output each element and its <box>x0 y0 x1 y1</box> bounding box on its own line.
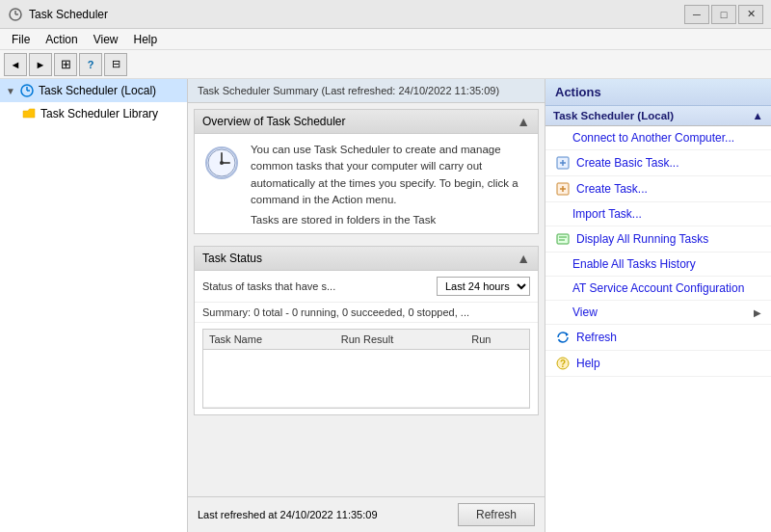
tree-item-local[interactable]: ▼ Task Scheduler (Local) <box>0 79 187 102</box>
overview-section-header[interactable]: Overview of Task Scheduler ▲ <box>195 110 538 134</box>
action-create-basic[interactable]: Create Basic Task... <box>545 150 771 176</box>
actions-collapse-symbol[interactable]: ▲ <box>753 110 763 121</box>
overview-title: Overview of Task Scheduler <box>202 115 346 128</box>
create-basic-icon <box>555 155 571 171</box>
toolbar-back[interactable]: ◄ <box>4 53 27 76</box>
task-status-filter-label: Status of tasks that have s... <box>202 280 429 292</box>
computer-icon <box>19 83 35 98</box>
action-enable-history[interactable]: Enable All Tasks History <box>545 253 771 277</box>
overview-text: You can use Task Scheduler to create and… <box>251 142 530 226</box>
col-task-name: Task Name <box>203 330 335 350</box>
refresh-button[interactable]: Refresh <box>458 503 535 526</box>
app-icon <box>8 7 23 22</box>
toolbar-export[interactable]: ⊟ <box>104 53 127 76</box>
menu-bar: File Action View Help <box>0 29 771 50</box>
action-view[interactable]: View ▶ <box>545 301 771 325</box>
svg-text:?: ? <box>560 359 566 369</box>
action-service-account-label: AT Service Account Configuration <box>572 281 744 295</box>
tree-label-local: Task Scheduler (Local) <box>39 84 156 97</box>
create-task-icon <box>555 181 571 197</box>
overview-extra: Tasks are stored in folders in the Task <box>251 214 530 226</box>
main-layout: ▼ Task Scheduler (Local) Task Scheduler … <box>0 79 771 532</box>
refresh-icon <box>555 330 571 345</box>
actions-header: Actions <box>545 79 771 106</box>
menu-view[interactable]: View <box>86 31 126 48</box>
action-view-label: View <box>572 306 598 319</box>
minimize-button[interactable]: ─ <box>684 5 709 24</box>
last-refreshed-text: Last refreshed at 24/10/2022 11:35:09 <box>198 509 378 520</box>
action-create-task-label: Create Task... <box>576 182 648 196</box>
menu-help[interactable]: Help <box>126 31 166 48</box>
close-button[interactable]: ✕ <box>738 5 763 24</box>
bottom-bar: Last refreshed at 24/10/2022 11:35:09 Re… <box>188 496 545 532</box>
action-help[interactable]: ? Help <box>545 351 771 377</box>
menu-file[interactable]: File <box>4 31 38 48</box>
task-table: Task Name Run Result Run <box>202 329 530 409</box>
toolbar-up[interactable]: ⊞ <box>54 53 77 76</box>
running-tasks-icon <box>555 231 571 247</box>
action-connect[interactable]: Connect to Another Computer... <box>545 126 771 150</box>
action-import[interactable]: Import Task... <box>545 202 771 226</box>
overview-body: You can use Task Scheduler to create and… <box>251 142 530 208</box>
action-enable-history-label: Enable All Tasks History <box>572 257 696 271</box>
task-summary-row: Summary: 0 total - 0 running, 0 succeede… <box>195 303 538 323</box>
col-run-result: Run Result <box>335 330 466 350</box>
window-title: Task Scheduler <box>29 8 108 21</box>
overview-section: Overview of Task Scheduler ▲ You can use… <box>194 109 539 234</box>
action-help-label: Help <box>576 357 600 370</box>
task-status-collapse-btn[interactable]: ▲ <box>517 251 530 266</box>
right-panel: Actions Task Scheduler (Local) ▲ Connect… <box>545 79 771 532</box>
task-status-section: Task Status ▲ Status of tasks that have … <box>194 246 539 415</box>
toolbar-help[interactable]: ? <box>79 53 102 76</box>
svg-point-10 <box>220 161 224 165</box>
tree-item-library[interactable]: Task Scheduler Library <box>0 102 187 125</box>
overview-content: You can use Task Scheduler to create and… <box>195 134 538 233</box>
col-run: Run <box>465 330 529 350</box>
action-create-basic-label: Create Basic Task... <box>576 156 679 170</box>
folder-icon <box>21 106 37 121</box>
title-bar: Task Scheduler ─ □ ✕ <box>0 0 771 29</box>
action-create-task[interactable]: Create Task... <box>545 176 771 202</box>
action-display-running[interactable]: Display All Running Tasks <box>545 226 771 253</box>
svg-marker-20 <box>566 332 569 336</box>
task-status-header[interactable]: Task Status ▲ <box>195 247 538 271</box>
clock-icon <box>202 144 241 185</box>
action-connect-label: Connect to Another Computer... <box>572 131 734 145</box>
tree-expand-local: ▼ <box>6 86 15 96</box>
maximize-button[interactable]: □ <box>711 5 736 24</box>
task-status-filter-select[interactable]: Last 24 hours Last 7 days Last 30 days <box>437 277 530 296</box>
action-import-label: Import Task... <box>572 207 642 221</box>
overview-collapse-btn[interactable]: ▲ <box>517 114 530 129</box>
actions-section-title: Task Scheduler (Local) <box>553 110 674 121</box>
window-controls: ─ □ ✕ <box>684 5 763 24</box>
action-refresh[interactable]: Refresh <box>545 325 771 351</box>
task-status-filter-row: Status of tasks that have s... Last 24 h… <box>195 271 538 303</box>
menu-action[interactable]: Action <box>38 31 85 48</box>
toolbar-forward[interactable]: ► <box>29 53 52 76</box>
help-icon: ? <box>555 356 571 371</box>
action-refresh-label: Refresh <box>576 331 617 344</box>
tree-label-library: Task Scheduler Library <box>40 107 158 120</box>
svg-rect-17 <box>557 234 569 244</box>
task-status-title: Task Status <box>202 252 262 265</box>
action-service-account[interactable]: AT Service Account Configuration <box>545 277 771 301</box>
center-panel: Task Scheduler Summary (Last refreshed: … <box>188 79 545 532</box>
summary-header: Task Scheduler Summary (Last refreshed: … <box>188 79 545 103</box>
left-panel: ▼ Task Scheduler (Local) Task Scheduler … <box>0 79 188 532</box>
view-arrow-icon: ▶ <box>754 307 761 318</box>
action-display-running-label: Display All Running Tasks <box>576 232 708 246</box>
table-empty-row <box>203 350 529 408</box>
toolbar: ◄ ► ⊞ ? ⊟ <box>0 50 771 79</box>
actions-section-label: Task Scheduler (Local) ▲ <box>545 106 771 126</box>
